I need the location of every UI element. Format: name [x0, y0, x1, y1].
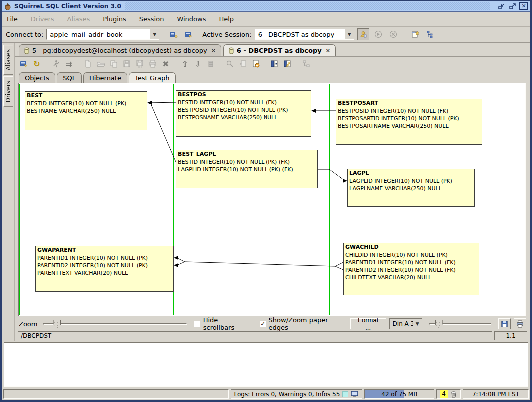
session-icon: [24, 47, 29, 54]
new-session-window-icon[interactable]: [409, 28, 421, 40]
table-title: BESTPOSART: [336, 99, 482, 107]
sidebar-tab-aliases[interactable]: Aliases: [3, 45, 13, 75]
limit-rows-icon: ⇉: [63, 58, 75, 70]
table-column: LAGPLID INTEGER(10) NOT NULL (PK) (FK): [176, 166, 317, 173]
table-column: BESTID INTEGER(10) NOT NULL (FK): [176, 99, 311, 106]
connect-session-icon[interactable]: [182, 28, 194, 40]
garbage-collect-icon[interactable]: [450, 390, 457, 398]
message-panel[interactable]: [4, 342, 528, 387]
active-session-combobox[interactable]: 6 - DBCPDST as dbcopy ▼: [255, 29, 354, 40]
session-tab-bar: 5 - pg:dbcopydest@localhost (dbcopydest)…: [15, 43, 530, 57]
logs-cell[interactable]: Logs: Errors 0, Warnings 0, Infos 55: [231, 389, 363, 399]
print-graph-button[interactable]: [514, 318, 526, 329]
connect-to-label: Connect to:: [6, 31, 43, 38]
table-column: BESTNAME VARCHAR(250) NULL: [25, 107, 147, 115]
graph-table-lagpl[interactable]: LAGPLLAGPLID INTEGER(10) NOT NULL (PK)LA…: [347, 169, 475, 207]
connect-to-combobox[interactable]: apple_mail_addr_book ▼: [46, 29, 159, 40]
clock-cell: 7:14:08 PM EST: [463, 389, 529, 399]
log-status-icon: [342, 391, 348, 397]
menu-plugins[interactable]: Plugins: [103, 15, 126, 23]
table-column: BESTPOSARTNAME VARCHAR(250) NULL: [336, 122, 482, 130]
zoom-label: Zoom: [19, 320, 37, 328]
table-column: LAGPLNAME VARCHAR(250) NULL: [348, 185, 474, 192]
session-tab-5[interactable]: 5 - pg:dbcopydest@localhost (dbcopydest)…: [19, 44, 221, 56]
status-bar: Logs: Errors 0, Warnings 0, Infos 55 42 …: [2, 388, 530, 400]
close-tab-icon[interactable]: ×: [326, 47, 330, 54]
chevron-down-icon[interactable]: ▼: [413, 319, 422, 329]
object-tree-toggle-button[interactable]: [357, 28, 369, 40]
memory-gauge[interactable]: 42 of 75 MB: [364, 389, 434, 399]
paper-size-combobox[interactable]: Din A 3 ▼: [389, 318, 422, 329]
tree-structure-icon[interactable]: [424, 28, 436, 40]
session-status-row: /DBCPDST 1,1: [15, 330, 530, 341]
graph-table-bestpos[interactable]: BESTPOSBESTID INTEGER(10) NOT NULL (FK)B…: [176, 90, 311, 137]
menu-drivers: Drivers: [31, 15, 54, 23]
zoom-slider[interactable]: [43, 319, 187, 328]
graph-table-gwachild[interactable]: GWACHILDCHILDID INTEGER(10) NOT NULL (PK…: [343, 243, 479, 295]
graph-table-best[interactable]: BESTBESTID INTEGER(10) NOT NULL (PK)BEST…: [25, 91, 147, 130]
menu-help[interactable]: Help: [219, 15, 234, 23]
sidebar-tab-drivers[interactable]: Drivers: [3, 76, 13, 107]
menu-windows[interactable]: Windows: [177, 15, 206, 23]
session-properties-icon[interactable]: [18, 58, 30, 70]
show-paper-edges-label: Show/Zoom paper edges: [269, 316, 347, 331]
session-tab-label: 5 - pg:dbcopydest@localhost (dbcopydest)…: [32, 47, 207, 54]
minimize-button[interactable]: [497, 2, 506, 10]
edit-bookmarks-icon[interactable]: [281, 58, 293, 70]
tab-objects[interactable]: Objects: [19, 72, 55, 83]
show-paper-edges-checkbox[interactable]: ✓: [260, 321, 266, 327]
format-button[interactable]: Format ...: [350, 318, 386, 329]
table-column: BESTPOSNAME VARCHAR(250) NULL: [176, 114, 311, 121]
slider-thumb[interactable]: [435, 320, 443, 328]
table-title: GWACHILD: [344, 243, 479, 251]
graph-canvas[interactable]: BESTBESTID INTEGER(10) NOT NULL (PK)BEST…: [18, 83, 526, 316]
table-column: PARENTTEXT VARCHAR(20) NULL: [36, 269, 173, 277]
table-title: BEST_LAGPL: [176, 150, 317, 158]
table-column: BESTPOSARTID INTEGER(10) NOT NULL (PK): [336, 115, 482, 122]
active-session-value: 6 - DBCPDST as dbcopy: [255, 31, 345, 38]
connect-alias-icon[interactable]: [167, 28, 179, 40]
table-title: LAGPL: [348, 169, 474, 177]
tab-hibernate[interactable]: Hibernate: [83, 72, 127, 83]
close-tab-icon[interactable]: ×: [211, 47, 216, 54]
chevron-down-icon[interactable]: ▼: [345, 29, 354, 39]
chevron-down-icon[interactable]: ▼: [150, 29, 159, 39]
session-count-cell[interactable]: 4: [436, 389, 461, 399]
refresh-icon[interactable]: ↻: [31, 58, 43, 70]
hide-scrollbars-checkbox[interactable]: [194, 321, 200, 327]
session-toolbar: ↻ ⇉ ✖ ⇧ ⇩: [15, 57, 530, 71]
paper-size-value: Din A 3: [390, 320, 413, 327]
table-column: CHILDTEXT VARCHAR(20) NULL: [344, 274, 479, 281]
table-column: BESTPOSID INTEGER(10) NOT NULL (PK): [176, 106, 311, 114]
maximize-button[interactable]: [508, 2, 517, 10]
bookmarks-icon[interactable]: [268, 58, 280, 70]
session-count-badge: 4: [440, 390, 448, 398]
find-icon: [224, 58, 236, 70]
menu-aliases: Aliases: [67, 15, 90, 23]
paper-zoom-slider[interactable]: [429, 319, 491, 328]
session-tab-6[interactable]: 6 - DBCPDST as dbcopy ×: [223, 44, 336, 56]
graph-panel: BESTBESTID INTEGER(10) NOT NULL (PK)BEST…: [15, 83, 530, 317]
active-session-label: Active Session:: [202, 31, 251, 38]
close-button[interactable]: ✕: [519, 2, 528, 10]
table-column: BESTID INTEGER(10) NOT NULL (PK) (FK): [176, 158, 317, 166]
cancel-session-icon: [387, 28, 399, 40]
graph-table-bestposart[interactable]: BESTPOSARTBESTPOSID INTEGER(10) NOT NULL…: [336, 99, 482, 145]
tab-sql[interactable]: SQL: [57, 72, 82, 83]
titlebar-pattern: [125, 2, 490, 10]
tab-test-graph[interactable]: Test Graph: [129, 72, 176, 83]
menu-file[interactable]: File: [7, 15, 18, 23]
table-column: BESTPOSID INTEGER(10) NOT NULL (FK): [336, 107, 482, 115]
print-icon: [147, 58, 159, 70]
graph-table-best_lagpl[interactable]: BEST_LAGPLBESTID INTEGER(10) NOT NULL (P…: [176, 150, 318, 188]
app-icon: [4, 2, 12, 10]
print-icon: [516, 320, 524, 328]
save-image-button[interactable]: [498, 318, 511, 329]
slider-thumb[interactable]: [53, 320, 61, 328]
menu-session[interactable]: Session: [139, 15, 164, 23]
graph-table-gwaparent[interactable]: GWAPARENTPARENTID1 INTEGER(10) NOT NULL …: [35, 246, 174, 292]
object-tab-bar: Objects SQL Hibernate Test Graph: [15, 71, 530, 83]
quote-sql-icon[interactable]: [250, 58, 262, 70]
save-as-icon: [134, 58, 146, 70]
log-viewer-icon[interactable]: [351, 391, 359, 398]
